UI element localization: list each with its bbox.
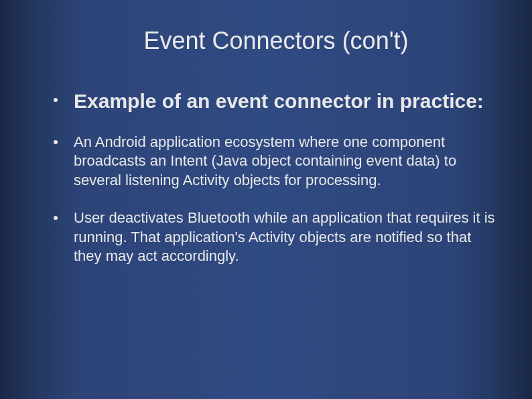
slide-title: Event Connectors (con't) bbox=[34, 27, 498, 55]
bullet-icon bbox=[54, 216, 58, 220]
bullet-icon bbox=[54, 98, 58, 102]
bullet-icon bbox=[54, 140, 58, 144]
bullet-text: An Android application ecosystem where o… bbox=[74, 133, 498, 190]
bullet-item: Example of an event connector in practic… bbox=[54, 89, 498, 114]
slide-content: Example of an event connector in practic… bbox=[34, 89, 498, 266]
slide-container: Event Connectors (con't) Example of an e… bbox=[0, 0, 532, 399]
bullet-item: User deactivates Bluetooth while an appl… bbox=[54, 209, 498, 266]
bullet-text: User deactivates Bluetooth while an appl… bbox=[74, 209, 498, 266]
bullet-item: An Android application ecosystem where o… bbox=[54, 133, 498, 190]
bullet-text: Example of an event connector in practic… bbox=[74, 89, 484, 114]
